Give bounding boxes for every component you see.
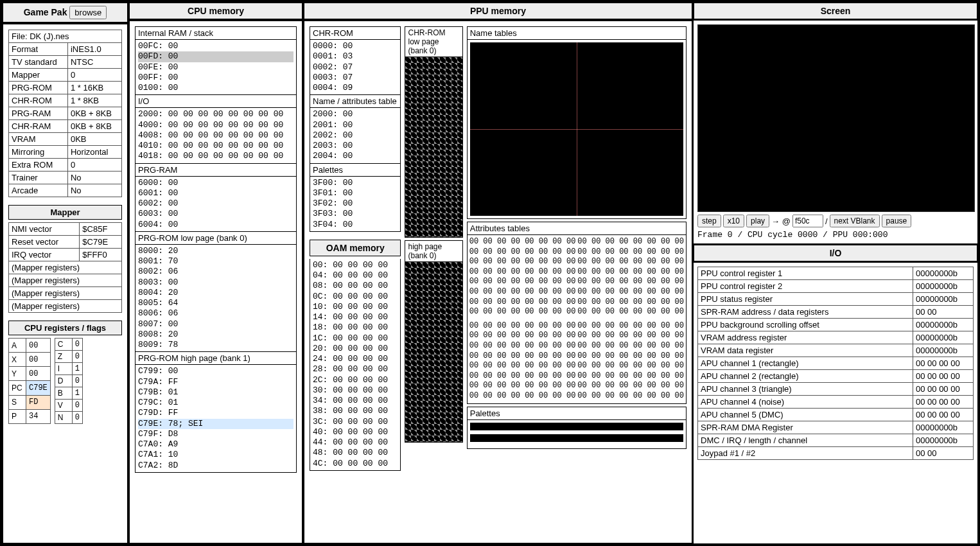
flag-value: 0 (72, 351, 82, 363)
gp-label: CHR-ROM (9, 94, 68, 107)
mapper-value: $C85F (80, 223, 122, 236)
nat-title: Name / attributes table (310, 94, 400, 108)
prg-ram-title: PRG-RAM (136, 163, 296, 177)
gp-value: 0KB + 8KB (67, 120, 121, 133)
io-value: 00000000b (913, 267, 974, 280)
reg-name: Y (9, 367, 26, 381)
browse-button[interactable]: browse (69, 6, 107, 19)
oam-body[interactable]: 00: 00 00 00 00 04: 00 00 00 00 08: 00 0… (310, 259, 400, 470)
gp-value: 0KB (67, 133, 121, 146)
reg-name: S (9, 395, 26, 409)
io-value: 00 00 00 00 (913, 396, 974, 409)
attr-tables-panel: Attributes tables 00 00 00 00 00 00 00 0… (467, 222, 687, 404)
gp-label: Trainer (9, 172, 68, 184)
io-label: VRAM data register (698, 344, 913, 357)
chr-low-canvas (405, 57, 462, 237)
frame-info: Frame 0 / CPU cycle 0000 / PPU 000:000 (697, 230, 974, 240)
io-value: 00000000b (913, 434, 974, 447)
prg-high-title: PRG-ROM high page (bank 1) (136, 351, 296, 365)
mapper-cell: (Mapper registers) (9, 287, 122, 300)
flag-name: C (55, 339, 72, 351)
io-title: I/O (136, 94, 296, 108)
reg-name: A (9, 339, 26, 353)
gp-value: Horizontal (67, 146, 121, 159)
flag-name: D (55, 375, 72, 387)
ram-panel: Internal RAM / stack 00FC: 00 00FD: 00 0… (135, 26, 297, 473)
gp-label: CHR-RAM (9, 120, 68, 133)
next-vblank-button[interactable]: next VBlank (830, 215, 880, 227)
chr-high-canvas (405, 261, 462, 442)
palettes-mem-title: Palettes (310, 163, 400, 177)
io-value: 00 00 00 00 (913, 409, 974, 421)
reg-name: P (9, 409, 26, 423)
palettes-mem-body[interactable]: 3F00: 00 3F01: 00 3F02: 00 3F03: 00 3F04… (310, 177, 400, 231)
addr-input[interactable] (792, 215, 823, 227)
gp-value: No (67, 184, 121, 197)
mapper-title: Mapper (8, 205, 122, 220)
io-label: PPU status register (698, 293, 913, 306)
io-value: 00000000b (913, 421, 974, 434)
flag-name: Z (55, 351, 72, 363)
x10-button[interactable]: x10 (723, 215, 744, 227)
prg-low-title: PRG-ROM low page (bank 0) (136, 231, 296, 245)
flag-value: 1 (72, 387, 82, 400)
reg-value: 00 (26, 339, 51, 353)
io-label: APU channel 1 (rectangle) (698, 357, 913, 370)
prg-high-body[interactable]: C799: 00 C79A: FF C79B: 01 C79C: 01 C79D… (136, 365, 296, 472)
io-value: 00 00 00 00 (913, 383, 974, 396)
mapper-table: NMI vector$C85FReset vector$C79EIRQ vect… (8, 222, 122, 313)
io-value: 00000000b (913, 319, 974, 331)
ram-body[interactable]: 00FC: 00 00FD: 00 00FE: 00 00FF: 00 0100… (136, 40, 296, 94)
chr-low-title: CHR-ROM low page (bank 0) (405, 27, 462, 57)
cpu-regs-right: C0Z0I1D0B1V0N0 (55, 338, 83, 424)
attr-top-right: 00 00 00 00 00 00 00 00 00 00 00 00 00 0… (577, 237, 684, 317)
reg-name: X (9, 353, 26, 367)
chr-high-title: high page (bank 0) (405, 241, 462, 261)
prg-low-body[interactable]: 8000: 20 8001: 70 8002: 06 8003: 00 8004… (136, 245, 296, 352)
mapper-label: NMI vector (9, 223, 80, 236)
nat-body[interactable]: 2000: 00 2001: 00 2002: 00 2003: 00 2004… (310, 108, 400, 163)
ppu-mem-header: PPU memory (304, 3, 692, 19)
io-table: PPU control register 100000000bPPU contr… (697, 267, 974, 460)
reg-value: 34 (26, 409, 51, 423)
screen-header: Screen (694, 3, 977, 19)
pause-button[interactable]: pause (882, 215, 912, 227)
io-body[interactable]: 2000: 00 00 00 00 00 00 00 00 4000: 00 0… (136, 108, 296, 163)
palettes-title: Palettes (468, 407, 686, 420)
gp-label: Extra ROM (9, 159, 68, 172)
io-value: 00000000b (913, 293, 974, 306)
chr-rom-body[interactable]: 0000: 00 0001: 03 0002: 07 0003: 07 0004… (310, 40, 400, 94)
prg-ram-body[interactable]: 6000: 00 6001: 00 6002: 00 6003: 00 6004… (136, 177, 296, 231)
io-label: APU channel 3 (triangle) (698, 383, 913, 396)
slash-label: / (825, 216, 828, 226)
gamepak-title: Game Pak (24, 7, 67, 17)
io-label: APU channel 4 (noise) (698, 396, 913, 409)
flag-value: 0 (72, 339, 82, 351)
gp-label: PRG-RAM (9, 107, 68, 120)
gp-value: No (67, 172, 121, 184)
gp-value: 1 * 8KB (67, 94, 121, 107)
io-label: PPU control register 2 (698, 280, 913, 293)
cpu-mem-header: CPU memory (129, 3, 302, 19)
play-button[interactable]: play (746, 215, 769, 227)
io-label: DMC / IRQ / length / channel (698, 434, 913, 447)
mapper-cell: (Mapper registers) (9, 300, 122, 313)
io-label: APU channel 5 (DMC) (698, 409, 913, 421)
cpu-regs-title: CPU registers / flags (8, 321, 122, 335)
reg-value: C79E (26, 381, 51, 395)
mapper-label: Reset vector (9, 236, 80, 249)
step-button[interactable]: step (697, 215, 721, 227)
flag-name: N (55, 412, 72, 424)
arrow-label: → @ (771, 216, 791, 226)
attr-bottom-right: 00 00 00 00 00 00 00 00 00 00 00 00 00 0… (577, 321, 684, 401)
chr-high-preview: high page (bank 0) (405, 240, 462, 443)
mapper-cell: (Mapper registers) (9, 274, 122, 287)
mapper-label: IRQ vector (9, 249, 80, 261)
io-value: 00 00 00 00 (913, 370, 974, 383)
name-tables-title: Name tables (468, 27, 686, 40)
attr-tables-title: Attributes tables (468, 222, 686, 235)
gp-value: 0KB + 8KB (67, 107, 121, 120)
gp-value: 1 * 16KB (67, 82, 121, 94)
reg-name: PC (9, 381, 26, 395)
oam-header: OAM memory (310, 240, 401, 256)
